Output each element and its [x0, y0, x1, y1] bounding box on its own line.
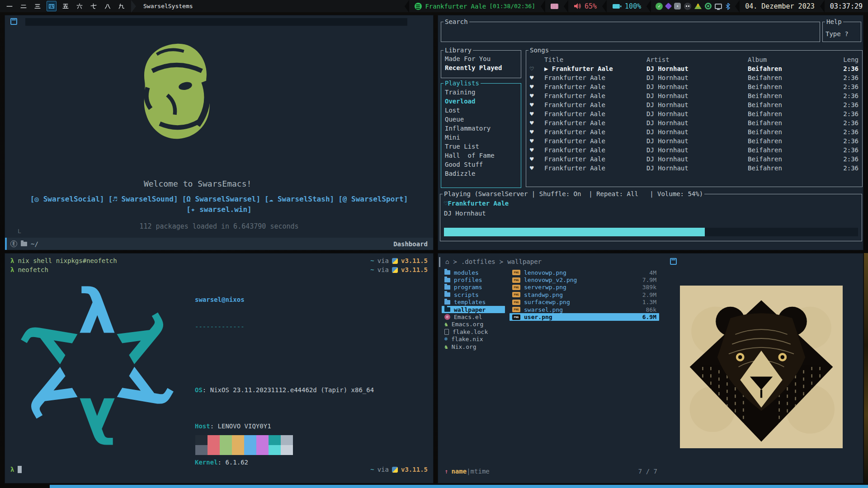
- breadcrumb-segment[interactable]: ⌂: [445, 258, 449, 265]
- playlist-item[interactable]: Good Stuff: [445, 160, 517, 169]
- emacs-tab-bar[interactable]: [25, 18, 407, 26]
- dashboard-link[interactable]: [◎ SwarselSocial]: [30, 195, 104, 203]
- song-row[interactable]: ♥ Frankfurter Aale DJ Hornhaut Beifahren…: [526, 136, 862, 145]
- playlist-item[interactable]: Overload: [445, 97, 517, 106]
- keyboard-module[interactable]: [545, 0, 564, 12]
- heart-icon[interactable]: ♥: [530, 155, 544, 164]
- heart-icon[interactable]: ♥: [530, 145, 544, 155]
- heart-icon[interactable]: ♥: [530, 164, 544, 173]
- dashboard-link[interactable]: [@ SwarselSport]: [338, 195, 408, 203]
- song-artist: DJ Hornhaut: [646, 82, 748, 91]
- breadcrumb-segment[interactable]: wallpaper: [507, 258, 542, 265]
- song-row[interactable]: ♥ Frankfurter Aale DJ Hornhaut Beifahren…: [526, 164, 862, 173]
- shell-prompt[interactable]: λ: [10, 466, 22, 473]
- heart-icon[interactable]: ♥: [530, 136, 544, 145]
- heart-icon[interactable]: ♥: [530, 100, 544, 109]
- song-row[interactable]: ♥ Frankfurter Aale DJ Hornhaut Beifahren…: [526, 100, 862, 109]
- song-title: Frankfurter Aale: [544, 100, 646, 109]
- spotify-module[interactable]: Frankfurter Aale [01:38/02:36]: [409, 0, 541, 12]
- file-row[interactable]: standwp.png 2.9M: [509, 291, 659, 298]
- tree-item[interactable]: Nix.org: [442, 343, 505, 350]
- dashboard-link[interactable]: [Ω SwarselSwarsel]: [182, 195, 260, 203]
- heart-icon[interactable]: ♥: [530, 127, 544, 136]
- tree-item[interactable]: Emacs.org: [442, 321, 505, 328]
- music-player-window: Search Help Type ? Library Made For YouR…: [438, 15, 863, 250]
- progress-track[interactable]: [444, 228, 858, 236]
- playlist-item[interactable]: Queue: [445, 115, 517, 124]
- tree-item[interactable]: Emacs.el: [442, 313, 505, 320]
- heart-icon[interactable]: ♥: [530, 118, 544, 127]
- workspace-5[interactable]: [61, 1, 71, 11]
- tree-item[interactable]: scripts: [442, 291, 505, 298]
- playlist-item[interactable]: Inflammatory: [445, 124, 517, 133]
- workspace-7[interactable]: [89, 1, 99, 11]
- file-row[interactable]: lenovowp_v2.png 7.9M: [509, 276, 659, 283]
- playlist-item[interactable]: True List: [445, 142, 517, 151]
- dashboard-link[interactable]: [♬ SwarselSound]: [108, 195, 178, 203]
- discord-icon[interactable]: [684, 3, 691, 10]
- sort-direction-icon[interactable]: ↑: [444, 468, 448, 475]
- bluetooth-icon[interactable]: [725, 2, 731, 10]
- playlist-item[interactable]: Badizzle: [445, 169, 517, 178]
- heart-icon[interactable]: ♥: [530, 109, 544, 118]
- col-artist: Artist: [646, 55, 748, 64]
- workspace-8[interactable]: [103, 1, 113, 11]
- gem-app-icon[interactable]: [665, 3, 672, 10]
- tree-item[interactable]: flake.lock: [442, 328, 505, 335]
- emacs-logo-icon: E: [10, 240, 17, 247]
- heart-icon[interactable]: ♥: [530, 91, 544, 100]
- file-row[interactable]: swarsel.png 86k: [509, 306, 659, 313]
- workspace-3[interactable]: [33, 1, 42, 11]
- search-input[interactable]: [441, 22, 820, 42]
- song-row[interactable]: ♥ Frankfurter Aale DJ Hornhaut Beifahren…: [526, 91, 862, 100]
- sort-field[interactable]: name: [451, 468, 467, 475]
- playlist-item[interactable]: Mini: [445, 133, 517, 142]
- breadcrumb-segment[interactable]: ≻: [500, 258, 503, 265]
- breadcrumb-segment[interactable]: .dotfiles: [461, 258, 495, 265]
- song-row[interactable]: ♡ ▶ Frankfurter Aale DJ Hornhaut Beifahr…: [526, 64, 862, 73]
- heart-icon[interactable]: ♥: [530, 73, 544, 82]
- playlist-item[interactable]: Hall of Fame: [445, 151, 517, 160]
- steam-icon[interactable]: ✦: [674, 3, 681, 9]
- song-row[interactable]: ♥ Frankfurter Aale DJ Hornhaut Beifahren…: [526, 145, 862, 155]
- song-row[interactable]: ♥ Frankfurter Aale DJ Hornhaut Beifahren…: [526, 73, 862, 82]
- song-row[interactable]: ♥ Frankfurter Aale DJ Hornhaut Beifahren…: [526, 127, 862, 136]
- tree-item[interactable]: modules: [442, 269, 505, 276]
- tree-item[interactable]: wallpaper: [442, 306, 505, 313]
- sort-alt-field[interactable]: mtime: [471, 468, 490, 475]
- workspace-4-active[interactable]: [47, 1, 57, 11]
- tree-item[interactable]: templates: [442, 299, 505, 306]
- heart-icon[interactable]: ♥: [530, 82, 544, 91]
- song-row[interactable]: ♥ Frankfurter Aale DJ Hornhaut Beifahren…: [526, 82, 862, 91]
- vpn-turtle-icon[interactable]: [694, 3, 702, 9]
- song-row[interactable]: ♥ Frankfurter Aale DJ Hornhaut Beifahren…: [526, 118, 862, 127]
- workspace-2[interactable]: [19, 1, 28, 11]
- file-row[interactable]: serverwp.png 389k: [509, 284, 659, 291]
- tree-item[interactable]: flake.nix: [442, 336, 505, 343]
- search-panel: Search: [441, 22, 820, 42]
- song-row[interactable]: ♥ Frankfurter Aale DJ Hornhaut Beifahren…: [526, 155, 862, 164]
- file-row[interactable]: surfacewp.png 1.3M: [509, 299, 659, 306]
- scrollbar-thumb[interactable]: [439, 257, 440, 267]
- breadcrumb-segment[interactable]: ≻: [453, 258, 457, 265]
- syncthing-icon[interactable]: [705, 3, 712, 9]
- heart-icon[interactable]: ♡: [530, 64, 544, 73]
- library-item[interactable]: Made For You: [445, 54, 517, 63]
- file-row[interactable]: lenovowp.png 4M: [509, 269, 659, 276]
- updates-ok-icon[interactable]: ✓: [656, 3, 663, 10]
- battery-module[interactable]: 100%: [607, 0, 646, 12]
- file-row[interactable]: user.png 6.9M: [509, 313, 659, 320]
- swarsel-win-link[interactable]: [✦ swarsel.win]: [186, 205, 252, 214]
- song-row[interactable]: ♥ Frankfurter Aale DJ Hornhaut Beifahren…: [526, 109, 862, 118]
- volume-module[interactable]: 65%: [568, 0, 602, 12]
- display-icon[interactable]: [715, 4, 722, 9]
- workspace-9[interactable]: [117, 1, 127, 11]
- library-item[interactable]: Recently Played: [445, 63, 517, 72]
- tree-item[interactable]: programs: [442, 284, 505, 291]
- dashboard-link[interactable]: [☁ SwarselStash]: [264, 195, 334, 203]
- workspace-1[interactable]: [5, 1, 14, 11]
- tree-item[interactable]: profiles: [442, 276, 505, 283]
- playlist-item[interactable]: Lost: [445, 106, 517, 115]
- playlist-item[interactable]: Training: [445, 88, 517, 97]
- workspace-6[interactable]: [75, 1, 85, 11]
